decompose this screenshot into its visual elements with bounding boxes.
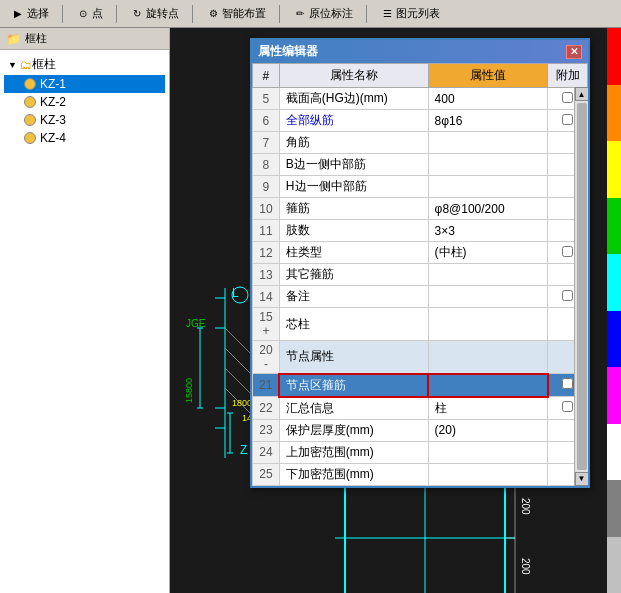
row-num-cell: 13 [253,264,280,286]
table-row[interactable]: 24上加密范围(mm) [253,441,588,463]
row-attr-name[interactable]: 箍筋 [279,198,428,220]
row-attr-name[interactable]: 备注 [279,286,428,308]
color-white [607,424,621,481]
row-attr-name[interactable]: 截面高(HG边)(mm) [279,88,428,110]
row-attr-value[interactable] [428,264,548,286]
row-attr-name[interactable]: H边一侧中部筋 [279,176,428,198]
row-attr-value[interactable] [428,154,548,176]
row-attr-value[interactable] [428,308,548,341]
row-attr-value[interactable] [428,441,548,463]
table-row[interactable]: 21节点区箍筋 [253,374,588,397]
row-attr-value[interactable]: 3×3 [428,220,548,242]
row-attr-name[interactable]: 保护层厚度(mm) [279,419,428,441]
add-checkbox[interactable] [562,290,573,301]
table-row[interactable]: 10箍筋φ8@100/200 [253,198,588,220]
table-row[interactable]: 9H边一侧中部筋 [253,176,588,198]
row-attr-value[interactable]: φ8@100/200 [428,198,548,220]
row-attr-name[interactable]: 柱类型 [279,242,428,264]
rotate-point-button[interactable]: ↻ 旋转点 [123,3,186,24]
table-row[interactable]: 6全部纵筋8φ16 [253,110,588,132]
row-attr-name[interactable]: 其它箍筋 [279,264,428,286]
row-attr-name[interactable]: 肢数 [279,220,428,242]
tree-item-kz3[interactable]: KZ-3 [4,111,165,129]
row-attr-value[interactable] [428,341,548,374]
table-row[interactable]: 11肢数3×3 [253,220,588,242]
row-attr-name[interactable]: B边一侧中部筋 [279,154,428,176]
row-attr-value[interactable]: (中柱) [428,242,548,264]
dialog-close-button[interactable]: ✕ [566,45,582,59]
table-row[interactable]: 8B边一侧中部筋 [253,154,588,176]
label-200-right-top: 200 [520,498,531,515]
row-num-cell: 8 [253,154,280,176]
row-num-cell: 15 + [253,308,280,341]
tree-item-kz4[interactable]: KZ-4 [4,129,165,147]
row-num-cell: 5 [253,88,280,110]
row-attr-value[interactable] [428,374,548,397]
annotate-icon: ✏ [293,7,307,21]
label-JGE: JGE [186,318,205,329]
annotate-button[interactable]: ✏ 原位标注 [286,3,360,24]
row-attr-value[interactable] [428,286,548,308]
row-attr-value[interactable]: (20) [428,419,548,441]
add-checkbox[interactable] [562,92,573,103]
row-num-cell: 12 [253,242,280,264]
row-attr-value[interactable]: 柱 [428,397,548,420]
add-checkbox[interactable] [562,114,573,125]
row-attr-value[interactable] [428,132,548,154]
label-200-right-bot: 200 [520,558,531,575]
row-attr-name[interactable]: 角筋 [279,132,428,154]
color-red [607,28,621,85]
col-attr-value: 属性值 [428,64,548,88]
element-list-button[interactable]: ☰ 图元列表 [373,3,447,24]
color-gray [607,480,621,537]
row-attr-value[interactable]: 400 [428,88,548,110]
canvas-area[interactable]: L JGE 15800 1800 1400 Z 200 200 200 200 … [170,28,621,593]
tree-item-kz2[interactable]: KZ-2 [4,93,165,111]
tree-item-root[interactable]: ▼ 🗂 框柱 [4,54,165,75]
row-attr-name[interactable]: 节点属性 [279,341,428,374]
color-blue [607,311,621,368]
row-attr-value[interactable] [428,463,548,485]
scroll-thumb[interactable] [577,103,587,470]
table-row[interactable]: 12柱类型(中柱) [253,242,588,264]
tree-item-kz1[interactable]: KZ-1 [4,75,165,93]
table-row[interactable]: 15 +芯柱 [253,308,588,341]
smart-layout-button[interactable]: ⚙ 智能布置 [199,3,273,24]
dialog-title-text: 属性编辑器 [258,43,318,60]
table-row[interactable]: 7角筋 [253,132,588,154]
row-attr-name[interactable]: 芯柱 [279,308,428,341]
color-yellow [607,141,621,198]
properties-table-body: 5截面高(HG边)(mm)4006全部纵筋8φ167角筋8B边一侧中部筋9H边一… [253,88,588,486]
row-attr-name[interactable]: 汇总信息 [279,397,428,420]
select-button[interactable]: ▶ 选择 [4,3,56,24]
table-row[interactable]: 20 -节点属性 [253,341,588,374]
cursor-icon: ▶ [11,7,25,21]
row-attr-name[interactable]: 下加密范围(mm) [279,463,428,485]
table-row[interactable]: 23保护层厚度(mm)(20) [253,419,588,441]
table-row[interactable]: 13其它箍筋 [253,264,588,286]
scroll-down-button[interactable]: ▼ [575,472,589,486]
dialog-scrollbar[interactable]: ▲ ▼ [574,87,588,486]
table-row[interactable]: 25下加密范围(mm) [253,463,588,485]
add-checkbox[interactable] [562,378,573,389]
add-checkbox[interactable] [562,401,573,412]
row-attr-name[interactable]: 全部纵筋 [279,110,428,132]
add-checkbox[interactable] [562,246,573,257]
row-attr-value[interactable]: 8φ16 [428,110,548,132]
dialog-title-bar[interactable]: 属性编辑器 ✕ [252,40,588,63]
row-attr-name[interactable]: 节点区箍筋 [279,374,428,397]
row-attr-name[interactable]: 上加密范围(mm) [279,441,428,463]
folder-root-icon: 🗂 [20,58,32,72]
point-button[interactable]: ⊙ 点 [69,3,110,24]
left-panel-header: 📁 框柱 [0,28,169,50]
color-green [607,198,621,255]
separator-2 [116,5,117,23]
table-row[interactable]: 5截面高(HG边)(mm)400 [253,88,588,110]
main-area: 📁 框柱 ▼ 🗂 框柱 KZ-1 KZ-2 KZ-3 [0,28,621,593]
row-attr-value[interactable] [428,176,548,198]
row-num-cell: 9 [253,176,280,198]
table-row[interactable]: 22汇总信息柱 [253,397,588,420]
table-row[interactable]: 14备注 [253,286,588,308]
scroll-up-button[interactable]: ▲ [575,87,589,101]
row-num-cell: 10 [253,198,280,220]
